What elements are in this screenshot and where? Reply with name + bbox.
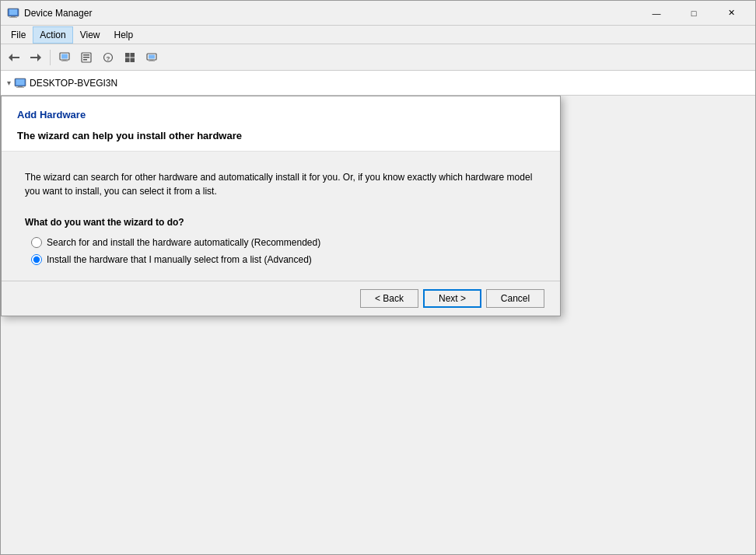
svg-rect-13 (83, 54, 89, 56)
svg-rect-23 (149, 54, 155, 58)
svg-rect-29 (16, 87, 24, 88)
title-bar: Device Manager — □ ✕ (1, 1, 755, 26)
svg-rect-24 (150, 60, 153, 61)
svg-rect-28 (18, 86, 23, 87)
radio-auto-label: Search for and install the hardware auto… (47, 237, 320, 248)
dialog-subtitle: The wizard can help you install other ha… (17, 130, 544, 141)
computer-name-label: DESKTOP-BVEGI3N (30, 78, 117, 89)
dialog-header: Add Hardware The wizard can help you ins… (2, 96, 560, 152)
dialog-overlay: Add Hardware The wizard can help you ins… (1, 96, 755, 554)
window-title: Device Manager (24, 8, 639, 19)
svg-rect-1 (9, 9, 17, 15)
svg-rect-5 (12, 57, 19, 58)
radio-option-auto[interactable]: Search for and install the hardware auto… (31, 237, 537, 248)
menu-view[interactable]: View (73, 26, 107, 44)
svg-rect-9 (61, 54, 68, 58)
toolbar-back-button[interactable] (4, 47, 24, 68)
computer-icon (14, 77, 26, 89)
svg-rect-15 (83, 59, 87, 61)
svg-marker-6 (37, 54, 41, 61)
svg-rect-25 (149, 61, 155, 61)
menu-help[interactable]: Help (107, 26, 141, 44)
radio-auto[interactable] (31, 237, 42, 248)
tree-area: ▾ DESKTOP-BVEGI3N (1, 71, 755, 96)
svg-rect-20 (125, 58, 130, 62)
dialog-body: The wizard can search for other hardware… (2, 152, 560, 281)
radio-manual[interactable] (31, 254, 42, 265)
svg-rect-7 (30, 57, 37, 58)
toolbar-forward-button[interactable] (26, 47, 46, 68)
next-button[interactable]: Next > (423, 289, 481, 308)
tree-expand-icon[interactable]: ▾ (7, 79, 11, 87)
wizard-question: What do you want the wizard to do? (25, 217, 537, 228)
svg-rect-11 (61, 61, 68, 61)
toolbar-display-button[interactable] (142, 47, 162, 68)
dialog-footer: < Back Next > Cancel (2, 281, 560, 316)
dialog-title: Add Hardware (17, 109, 544, 120)
back-button[interactable]: < Back (360, 289, 418, 308)
menu-bar: File Action View Help (1, 26, 755, 44)
svg-text:?: ? (107, 55, 110, 62)
maximize-button[interactable]: □ (676, 1, 712, 26)
svg-rect-27 (16, 79, 25, 86)
close-button[interactable]: ✕ (713, 1, 749, 26)
toolbar-update-button[interactable]: ? (98, 47, 118, 68)
toolbar-separator-1 (50, 50, 51, 65)
svg-rect-18 (125, 53, 130, 58)
radio-option-manual[interactable]: Install the hardware that I manually sel… (31, 254, 537, 265)
svg-rect-3 (9, 17, 17, 18)
svg-rect-10 (63, 60, 66, 61)
app-icon (7, 7, 19, 19)
main-content: Add Hardware The wizard can help you ins… (1, 96, 755, 554)
add-hardware-dialog: Add Hardware The wizard can help you ins… (1, 96, 561, 316)
toolbar: ? (1, 44, 755, 71)
svg-marker-4 (9, 54, 12, 61)
svg-rect-14 (83, 57, 89, 58)
window-controls: — □ ✕ (639, 1, 749, 26)
toolbar-features-button[interactable] (120, 47, 140, 68)
minimize-button[interactable]: — (639, 1, 674, 26)
svg-rect-19 (131, 53, 135, 58)
toolbar-properties-button[interactable] (76, 47, 96, 68)
menu-action[interactable]: Action (33, 26, 72, 44)
cancel-button[interactable]: Cancel (486, 289, 544, 308)
toolbar-scan-button[interactable] (54, 47, 75, 68)
menu-file[interactable]: File (4, 26, 33, 44)
radio-manual-label: Install the hardware that I manually sel… (47, 254, 312, 265)
dialog-description: The wizard can search for other hardware… (25, 170, 537, 198)
radio-group: Search for and install the hardware auto… (31, 237, 537, 265)
svg-rect-21 (131, 58, 135, 62)
main-window: Device Manager — □ ✕ File Action View He… (0, 0, 756, 555)
